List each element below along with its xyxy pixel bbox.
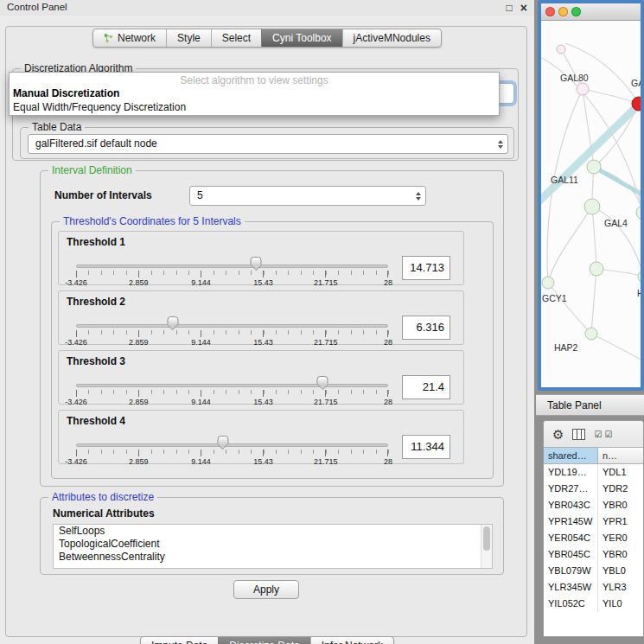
table-row[interactable]: YBR045CYBR0 (544, 546, 643, 563)
threshold-label: Threshold 3 (67, 355, 125, 367)
control-panel-titlebar: Control Panel □ × (0, 0, 534, 16)
attribute-item[interactable]: TopologicalCoefficient (54, 538, 492, 551)
scale-label: 9.144 (191, 398, 211, 406)
scale-label: -3.426 (65, 278, 87, 287)
tab-infer-network[interactable]: Infer Network (310, 637, 393, 644)
zoom-traffic-light[interactable] (571, 7, 581, 16)
threshold-1-slider[interactable]: -3.4262.8599.14415.4321.71528 (76, 254, 388, 285)
tab-cyni-toolbox[interactable]: Cyni Toolbox (261, 29, 341, 47)
table-row[interactable]: YBL079WYBL0 (544, 563, 643, 579)
dropdown-option-equal-width-frequency[interactable]: Equal Width/Frequency Discretization (10, 99, 499, 113)
apply-button[interactable]: Apply (233, 580, 299, 599)
cell-shared-name[interactable]: YDR27… (544, 481, 598, 497)
threshold-value-field[interactable]: 14.713 (402, 256, 450, 280)
scale-label: 15.43 (253, 278, 273, 287)
cell-shared-name[interactable]: YER054C (544, 530, 598, 546)
node-gal80[interactable] (577, 83, 589, 95)
slider-thumb[interactable] (251, 257, 262, 265)
slider-thumb[interactable] (217, 436, 228, 444)
close-icon[interactable]: × (520, 1, 527, 15)
node-hap2[interactable] (585, 328, 597, 340)
cell-name[interactable]: YER0 (598, 530, 643, 546)
tab-impute-data[interactable]: Impute Data (141, 637, 218, 644)
network-node[interactable] (638, 271, 641, 283)
tab-network[interactable]: Network (93, 29, 166, 47)
cell-shared-name[interactable]: YPR145W (544, 513, 598, 530)
slider-track (76, 384, 388, 387)
tab-select[interactable]: Select (211, 29, 261, 47)
table-toolbar: ⚙ ☑ ☑ (544, 421, 643, 447)
tab-jactivemnodules[interactable]: jActiveMNodules (342, 29, 441, 47)
table-data-select[interactable]: galFiltered.sif default node (28, 134, 508, 154)
tab-discretize-data[interactable]: Discretize Data (218, 637, 309, 644)
scale-label: 21.715 (314, 338, 338, 347)
cell-name[interactable]: YLR3 (598, 579, 643, 596)
attribute-item[interactable]: BetweennessCentrality (54, 551, 492, 564)
num-intervals-select[interactable]: 5 (189, 186, 426, 206)
gear-icon[interactable]: ⚙ (552, 428, 564, 441)
network-node[interactable] (557, 45, 565, 54)
dropdown-option-manual-discretization[interactable]: Manual Discretization (10, 86, 499, 99)
threshold-label: Threshold 1 (67, 236, 125, 248)
column-header-name[interactable]: n… (598, 448, 643, 463)
column-header-shared[interactable]: shared… (544, 448, 598, 463)
threshold-3-slider[interactable]: -3.4262.8599.14415.4321.71528 (76, 373, 388, 405)
table-row[interactable]: YDL19…YDL1 (544, 464, 643, 481)
table-row[interactable]: YIL052CYIL0 (544, 596, 643, 612)
close-traffic-light[interactable] (545, 7, 555, 16)
slider-ticks-major (76, 330, 389, 337)
tab-style[interactable]: Style (166, 29, 211, 47)
control-panel-body: Discretization Algorithm Table Data galF… (5, 26, 527, 637)
node-gal11[interactable] (587, 160, 601, 174)
table-row[interactable]: YER054CYER0 (544, 530, 643, 546)
cell-shared-name[interactable]: YLR345W (544, 579, 598, 596)
attribute-item[interactable]: SelfLoops (54, 525, 492, 538)
threshold-label: Threshold 2 (67, 296, 125, 308)
threshold-value-field[interactable]: 6.316 (402, 316, 450, 340)
cell-name[interactable]: YBR0 (598, 497, 643, 513)
numerical-attributes-list[interactable]: SelfLoopsTopologicalCoefficientBetweenne… (53, 524, 493, 569)
window-title: Control Panel (7, 2, 67, 12)
cell-name[interactable]: YBR0 (598, 546, 643, 563)
cell-name[interactable]: YDL1 (598, 464, 643, 481)
threshold-value-field[interactable]: 11.344 (402, 435, 450, 459)
group-title: Table Data (29, 121, 85, 133)
float-window-icon[interactable]: □ (507, 1, 513, 15)
slider-thumb[interactable] (317, 376, 328, 385)
cell-shared-name[interactable]: YBL079W (544, 563, 598, 579)
threshold-4-slider[interactable]: -3.4262.8599.14415.4321.71528 (76, 433, 388, 464)
node-label: GA (631, 78, 641, 88)
scrollbar-thumb[interactable] (483, 526, 490, 551)
scale-label: 28 (384, 398, 392, 406)
node-gal4[interactable] (584, 199, 600, 214)
thresholds-group: Threshold's Coordinates for 5 Intervals … (51, 221, 494, 479)
scrollbar[interactable] (481, 525, 492, 568)
table-row[interactable]: YLR345WYLR3 (544, 579, 643, 596)
cell-name[interactable]: YDR2 (598, 481, 643, 497)
threshold-3-panel: Threshold 3 -3.4262.8599.14415.4321.7152… (58, 350, 464, 405)
column-selector-icon[interactable] (572, 429, 585, 440)
minimize-traffic-light[interactable] (558, 7, 568, 16)
slider-ticks-major (76, 271, 389, 277)
select-none-checkbox-icon[interactable]: ☑ (604, 430, 613, 439)
slider-thumb[interactable] (167, 316, 178, 325)
cell-name[interactable]: YIL0 (598, 596, 643, 612)
node-gcy1[interactable] (542, 277, 554, 289)
threshold-value-field[interactable]: 21.4 (402, 375, 450, 399)
table-row[interactable]: YDR27…YDR2 (544, 481, 643, 497)
select-all-checkbox-icon[interactable]: ☑ (594, 430, 603, 439)
network-canvas[interactable]: GAL80GAL11GAL4GCY1HAP2GAH (541, 21, 641, 386)
network-node[interactable] (590, 262, 603, 276)
scale-label: 9.144 (191, 338, 211, 347)
table-row[interactable]: YPR145WYPR1 (544, 513, 643, 530)
cell-shared-name[interactable]: YBR045C (544, 546, 598, 563)
cell-shared-name[interactable]: YBR043C (544, 497, 598, 513)
cell-shared-name[interactable]: YIL052C (544, 596, 598, 612)
cell-shared-name[interactable]: YDL19… (544, 464, 598, 481)
threshold-2-slider[interactable]: -3.4262.8599.14415.4321.71528 (76, 314, 388, 345)
cell-name[interactable]: YBL0 (598, 563, 643, 579)
table-row[interactable]: YBR043CYBR0 (544, 497, 643, 513)
network-node[interactable] (636, 206, 641, 220)
cell-name[interactable]: YPR1 (598, 513, 643, 530)
desktop: Control Panel □ × Discretization Algorit… (0, 0, 644, 644)
